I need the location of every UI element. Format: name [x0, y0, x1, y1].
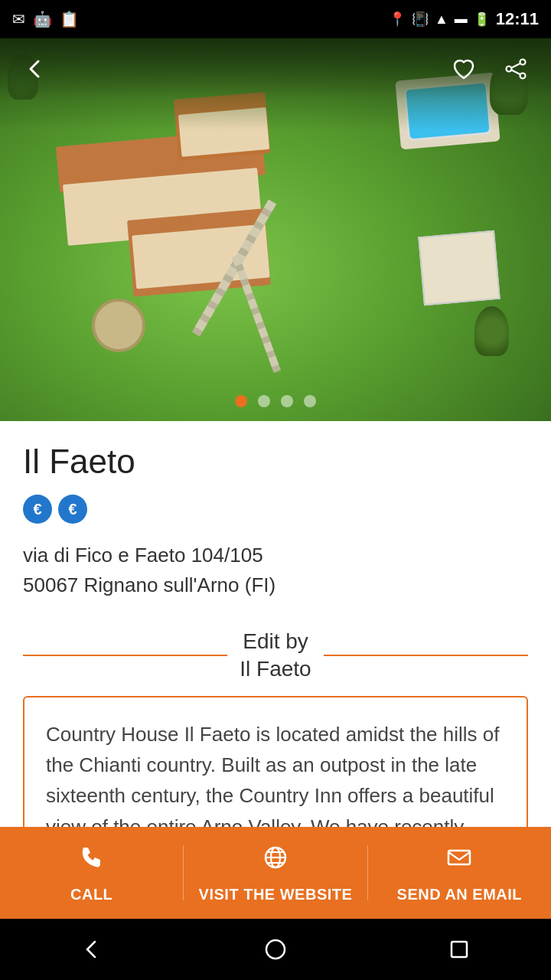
time-display: 12:11	[496, 9, 539, 29]
address-line2: 50067 Rignano sull'Arno (FI)	[23, 570, 528, 600]
address: via di Fico e Faeto 104/105 50067 Rignan…	[23, 541, 528, 600]
top-nav	[0, 38, 551, 100]
edit-by-label: Edit by Il Faeto	[227, 628, 323, 684]
battery-icon: 🔋	[474, 11, 490, 28]
content-area: Il Faeto € € via di Fico e Faeto 104/105…	[0, 421, 551, 896]
status-icons-left: ✉ 🤖 📋	[12, 10, 79, 28]
call-label: CALL	[70, 886, 112, 903]
website-label: VISIT THE WEBSITE	[199, 886, 353, 903]
price-badge-2: €	[58, 495, 87, 524]
dot-1[interactable]	[235, 395, 247, 407]
edit-by-header: Edit by Il Faeto	[23, 628, 528, 684]
recents-nav-button[interactable]	[445, 936, 473, 963]
image-dots	[0, 395, 551, 407]
favorite-button[interactable]	[444, 49, 484, 89]
home-nav-button[interactable]	[262, 936, 289, 963]
hero-image	[0, 38, 551, 421]
left-divider	[23, 655, 227, 656]
phone-icon	[77, 843, 106, 878]
svg-line-4	[512, 70, 520, 75]
email-icon: ✉	[12, 10, 25, 28]
status-icons-right: 📍 📳 ▲ ▬ 🔋 12:11	[389, 9, 539, 29]
back-nav-button[interactable]	[78, 936, 106, 963]
website-button[interactable]: VISIT THE WEBSITE	[184, 827, 367, 919]
address-line1: via di Fico e Faeto 104/105	[23, 541, 528, 570]
status-bar: ✉ 🤖 📋 📍 📳 ▲ ▬ 🔋 12:11	[0, 0, 551, 38]
right-divider	[324, 655, 528, 656]
price-level: € €	[23, 495, 528, 524]
location-icon: 📍	[389, 11, 406, 28]
email-action-icon	[445, 843, 474, 878]
svg-line-3	[512, 64, 520, 68]
email-label: SEND AN EMAIL	[397, 886, 523, 903]
dot-2[interactable]	[258, 395, 270, 407]
android-icon: 🤖	[33, 10, 52, 28]
vibrate-icon: 📳	[412, 11, 429, 28]
globe-icon	[261, 843, 290, 878]
svg-point-11	[266, 940, 285, 959]
svg-point-2	[520, 74, 526, 79]
email-button[interactable]: SEND AN EMAIL	[368, 827, 551, 919]
android-nav-bar	[0, 919, 551, 980]
signal-icon: ▬	[455, 11, 468, 27]
dot-4[interactable]	[304, 395, 316, 407]
nav-actions	[444, 49, 536, 89]
action-bar: CALL VISIT THE WEBSITE SEND AN EMAIL	[0, 827, 551, 919]
price-badge-1: €	[23, 495, 52, 524]
property-name: Il Faeto	[23, 443, 528, 481]
call-button[interactable]: CALL	[0, 827, 183, 919]
svg-point-1	[507, 67, 512, 72]
dot-3[interactable]	[281, 395, 293, 407]
share-button[interactable]	[496, 49, 536, 89]
svg-point-0	[520, 60, 526, 65]
svg-rect-12	[452, 942, 467, 957]
svg-rect-10	[448, 851, 470, 864]
clipboard-icon: 📋	[60, 10, 79, 28]
wifi-icon: ▲	[435, 11, 448, 28]
back-button[interactable]	[15, 49, 55, 89]
